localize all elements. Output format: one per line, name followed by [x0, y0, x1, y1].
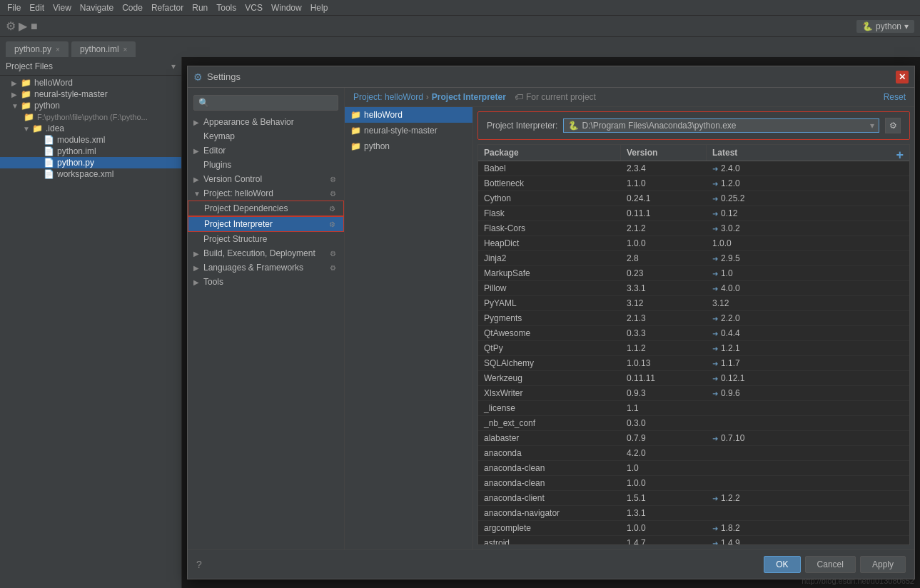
package-cell-name: _nb_ext_conf — [478, 416, 621, 430]
sidebar-item-tools[interactable]: ▶ Tools — [188, 275, 344, 289]
package-cell-version: 3.12 — [621, 296, 707, 310]
tree-python-iml[interactable]: ▶ 📄 python.iml — [0, 146, 181, 157]
tree-python-py[interactable]: ▶ 📄 python.py — [0, 157, 181, 168]
menu-vcs[interactable]: VCS — [241, 1, 267, 14]
menu-navigate[interactable]: Navigate — [76, 1, 118, 14]
project-header-arrow[interactable]: ▾ — [171, 61, 176, 71]
tree-python[interactable]: ▼ 📁 python — [0, 100, 181, 111]
sidebar-item-appearance[interactable]: ▶ Appearance & Behavior — [188, 115, 344, 129]
sidebar-item-project-structure[interactable]: Project Structure — [188, 232, 344, 246]
table-row[interactable]: _license1.1 — [478, 401, 909, 416]
tab-bar: python.py × python.iml × — [0, 37, 920, 57]
package-cell-name: Flask — [478, 206, 621, 220]
table-row[interactable]: Flask-Cors2.1.2➜ 3.0.2 — [478, 221, 909, 236]
package-cell-latest: ➜ 1.2.1 — [707, 341, 909, 355]
menu-window[interactable]: Window — [267, 1, 306, 14]
breadcrumb-path: Project: helloWord › Project Interpreter… — [353, 92, 596, 102]
table-row[interactable]: QtAwesome0.3.3➜ 0.4.4 — [478, 326, 909, 341]
sidebar-item-project[interactable]: ▼ Project: helloWord ⚙ — [188, 186, 344, 201]
package-cell-name: Pillow — [478, 281, 621, 295]
update-arrow-icon: ➜ — [712, 210, 718, 218]
reset-link[interactable]: Reset — [884, 92, 906, 102]
table-row[interactable]: SQLAlchemy1.0.13➜ 1.1.7 — [478, 356, 909, 371]
menu-refactor[interactable]: Refactor — [147, 1, 188, 14]
project-list-item-neural[interactable]: 📁 neural-style-master — [345, 123, 472, 138]
sidebar-item-languages[interactable]: ▶ Languages & Frameworks ⚙ — [188, 260, 344, 275]
table-row[interactable]: Pygments2.1.3➜ 2.2.0 — [478, 311, 909, 326]
cancel-button[interactable]: Cancel — [805, 556, 856, 573]
modal-overlay: ⚙ Settings ✕ ▶ — [182, 57, 920, 588]
package-table-body[interactable]: Babel2.3.4➜ 2.4.0Bottleneck1.1.0➜ 1.2.0C… — [478, 161, 909, 544]
table-row[interactable]: Jinja22.8➜ 2.9.5 — [478, 251, 909, 266]
table-row[interactable]: anaconda-clean1.0 — [478, 461, 909, 476]
menu-help[interactable]: Help — [306, 1, 333, 14]
python-indicator[interactable]: 🐍 python ▾ — [856, 20, 914, 33]
ok-button[interactable]: OK — [764, 556, 800, 573]
menu-edit[interactable]: Edit — [25, 1, 49, 14]
table-row[interactable]: PyYAML3.123.12 — [478, 296, 909, 311]
table-row[interactable]: Cython0.24.1➜ 0.25.2 — [478, 191, 909, 206]
table-row[interactable]: QtPy1.1.2➜ 1.2.1 — [478, 341, 909, 356]
sidebar-item-project-deps[interactable]: Project Dependencies ⚙ — [188, 201, 344, 216]
table-row[interactable]: anaconda-client1.5.1➜ 1.2.2 — [478, 491, 909, 506]
table-row[interactable]: HeapDict1.0.01.0.0 — [478, 236, 909, 251]
package-cell-name: SQLAlchemy — [478, 356, 621, 370]
table-row[interactable]: alabaster0.7.9➜ 0.7.10 — [478, 431, 909, 446]
sidebar-item-vcs[interactable]: ▶ Version Control ⚙ — [188, 172, 344, 186]
apply-button[interactable]: Apply — [860, 556, 906, 573]
breadcrumb-root: Project: helloWord — [353, 92, 423, 102]
tree-arrow-idea: ▼ — [23, 125, 31, 133]
interpreter-gear-button[interactable]: ⚙ — [885, 118, 901, 133]
tree-workspace-xml[interactable]: ▶ 📄 workspace.xml — [0, 168, 181, 180]
settings-search-input[interactable] — [193, 95, 338, 111]
interpreter-label: Project Interpreter: — [487, 121, 557, 131]
sidebar-label-appearance: Appearance & Behavior — [203, 117, 338, 127]
sidebar-item-project-interpreter[interactable]: Project Interpreter ⚙ — [188, 216, 344, 232]
table-row[interactable]: Bottleneck1.1.0➜ 1.2.0 — [478, 176, 909, 191]
col-header-latest: Latest + — [707, 145, 909, 161]
menu-run[interactable]: Run — [188, 1, 212, 14]
package-cell-version: 1.5.1 — [621, 491, 707, 505]
sidebar-item-plugins[interactable]: ▶ Plugins — [188, 158, 344, 172]
table-row[interactable]: astroid1.4.7➜ 1.4.9 — [478, 536, 909, 544]
project-list-item-python[interactable]: 📁 python — [345, 138, 472, 154]
project-list-item-helloword[interactable]: 📁 helloWord — [345, 107, 472, 123]
tree-modules-xml[interactable]: ▶ 📄 modules.xml — [0, 134, 181, 146]
menu-file[interactable]: File — [3, 1, 25, 14]
table-row[interactable]: Werkzeug0.11.11➜ 0.12.1 — [478, 371, 909, 386]
package-cell-latest — [707, 506, 909, 520]
sidebar-item-editor[interactable]: ▶ Editor — [188, 143, 344, 158]
table-row[interactable]: XlsxWriter0.9.3➜ 0.9.6 — [478, 386, 909, 401]
package-cell-latest: ➜ 1.8.2 — [707, 521, 909, 535]
toolbar-left: ⚙ ▶ ■ — [6, 19, 38, 33]
tree-idea[interactable]: ▼ 📁 .idea — [0, 123, 181, 134]
tab-close-python-py[interactable]: × — [56, 46, 60, 54]
package-cell-latest: ➜ 2.2.0 — [707, 311, 909, 325]
modal-close-button[interactable]: ✕ — [896, 71, 909, 83]
interpreter-select[interactable]: 🐍 D:\Program Files\Anaconda3\python.exe … — [563, 118, 879, 133]
tab-close-python-iml[interactable]: × — [123, 46, 128, 54]
menu-view[interactable]: View — [49, 1, 76, 14]
table-row[interactable]: anaconda-clean1.0.0 — [478, 476, 909, 491]
tree-label-workspace-xml: workspace.xml — [57, 169, 113, 179]
table-row[interactable]: Babel2.3.4➜ 2.4.0 — [478, 161, 909, 176]
package-cell-version: 1.0.0 — [621, 521, 707, 535]
table-row[interactable]: anaconda-navigator1.3.1 — [478, 506, 909, 521]
tab-python-py[interactable]: python.py × — [6, 41, 69, 57]
table-row[interactable]: _nb_ext_conf0.3.0 — [478, 416, 909, 431]
table-row[interactable]: anaconda4.2.0 — [478, 446, 909, 461]
table-row[interactable]: Pillow3.3.1➜ 4.0.0 — [478, 281, 909, 296]
table-row[interactable]: MarkupSafe0.23➜ 1.0 — [478, 266, 909, 281]
update-arrow-icon: ➜ — [712, 285, 718, 293]
table-row[interactable]: Flask0.11.1➜ 0.12 — [478, 206, 909, 221]
tree-neural[interactable]: ▶ 📁 neural-style-master — [0, 88, 181, 100]
tab-python-iml[interactable]: python.iml × — [71, 41, 136, 57]
menu-tools[interactable]: Tools — [212, 1, 241, 14]
help-button[interactable]: ? — [196, 559, 202, 570]
add-package-button[interactable]: + — [896, 148, 904, 163]
tree-helloword[interactable]: ▶ 📁 helloWord — [0, 77, 181, 88]
menu-code[interactable]: Code — [118, 1, 147, 14]
sidebar-item-build[interactable]: ▶ Build, Execution, Deployment ⚙ — [188, 246, 344, 260]
table-row[interactable]: argcomplete1.0.0➜ 1.8.2 — [478, 521, 909, 536]
sidebar-item-keymap[interactable]: ▶ Keymap — [188, 129, 344, 143]
